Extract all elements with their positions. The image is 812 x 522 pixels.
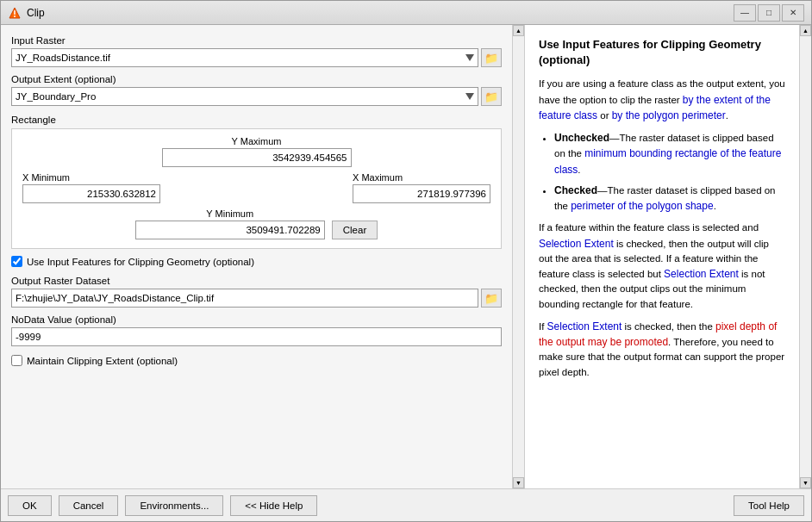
footer: OK Cancel Environments... << Hide Help T… xyxy=(1,488,811,521)
window-title: Clip xyxy=(27,7,734,19)
y-max-group: Y Maximum xyxy=(162,136,352,167)
nodata-label: NoData Value (optional) xyxy=(11,314,502,325)
window-icon xyxy=(8,6,22,20)
nodata-input[interactable] xyxy=(11,327,502,346)
maximize-button[interactable]: □ xyxy=(758,4,780,22)
output-raster-input[interactable] xyxy=(11,289,478,308)
right-panel-container: Use Input Features for Clipping Geometry… xyxy=(525,25,811,488)
input-raster-label: Input Raster xyxy=(11,35,502,46)
x-min-input[interactable] xyxy=(22,184,160,203)
tool-help-button[interactable]: Tool Help xyxy=(734,495,804,516)
right-panel-para3: If Selection Extent is checked, then the… xyxy=(539,319,785,380)
y-max-row: Y Maximum xyxy=(22,136,490,167)
hide-help-button[interactable]: << Hide Help xyxy=(230,495,317,516)
x-max-input[interactable] xyxy=(353,184,490,203)
y-min-label: Y Minimum xyxy=(206,208,253,219)
title-buttons: — □ ✕ xyxy=(734,4,804,22)
coordinates-section: Y Maximum X Minimum X Maximum xyxy=(11,128,502,249)
use-input-features-checkbox[interactable] xyxy=(11,256,22,267)
clip-dialog: Clip — □ ✕ Input Raster JY_RoadsDistance… xyxy=(0,0,812,522)
title-bar: Clip — □ ✕ xyxy=(1,1,811,25)
input-raster-dropdown[interactable]: JY_RoadsDistance.tif xyxy=(11,48,478,67)
maintain-label: Maintain Clipping Extent (optional) xyxy=(27,356,178,366)
environments-button[interactable]: Environments... xyxy=(125,495,223,516)
x-max-group: X Maximum xyxy=(353,172,490,203)
right-panel: Use Input Features for Clipping Geometry… xyxy=(525,25,799,488)
use-input-features-row: Use Input Features for Clipping Geometry… xyxy=(11,256,502,267)
x-min-label: X Minimum xyxy=(22,172,160,183)
y-max-input[interactable] xyxy=(162,148,352,167)
right-panel-para2: If a feature within the feature class is… xyxy=(539,221,785,312)
x-max-label: X Maximum xyxy=(353,172,490,183)
maintain-checkbox[interactable] xyxy=(11,355,22,366)
scroll-up-arrow[interactable]: ▲ xyxy=(513,25,524,36)
x-min-group: X Minimum xyxy=(22,172,160,203)
input-raster-folder-btn[interactable]: 📁 xyxy=(481,48,502,67)
close-button[interactable]: ✕ xyxy=(782,4,804,22)
bullet-checked: Checked—The raster dataset is clipped ba… xyxy=(554,183,785,214)
y-min-row: Y Minimum Clear xyxy=(22,208,490,239)
coord-mid-row: X Minimum X Maximum xyxy=(22,172,490,203)
left-scrollbar: ▲ ▼ xyxy=(512,25,524,488)
right-scrollbar: ▲ ▼ xyxy=(799,25,811,488)
output-raster-row: 📁 xyxy=(11,289,502,308)
clear-button[interactable]: Clear xyxy=(332,221,378,239)
right-panel-para1: If you are using a feature class as the … xyxy=(539,77,785,123)
left-panel: Input Raster JY_RoadsDistance.tif 📁 Outp… xyxy=(1,25,512,488)
rectangle-label: Rectangle xyxy=(11,115,502,125)
output-raster-label: Output Raster Dataset xyxy=(11,276,502,286)
right-panel-heading: Use Input Features for Clipping Geometry… xyxy=(539,37,785,68)
output-extent-folder-btn[interactable]: 📁 xyxy=(481,87,502,106)
y-max-label: Y Maximum xyxy=(232,136,282,146)
use-input-features-label: Use Input Features for Clipping Geometry… xyxy=(27,257,254,267)
ok-button[interactable]: OK xyxy=(8,495,52,516)
output-raster-folder-btn[interactable]: 📁 xyxy=(481,289,502,308)
output-extent-label: Output Extent (optional) xyxy=(11,74,502,84)
scroll-down-arrow[interactable]: ▼ xyxy=(513,477,524,488)
output-extent-row: JY_Boundary_Pro 📁 xyxy=(11,87,502,106)
output-extent-dropdown[interactable]: JY_Boundary_Pro xyxy=(11,87,478,106)
right-scroll-down[interactable]: ▼ xyxy=(800,477,811,488)
maintain-row: Maintain Clipping Extent (optional) xyxy=(11,355,502,366)
bullet-unchecked: Unchecked—The raster dataset is clipped … xyxy=(554,130,785,177)
main-content: Input Raster JY_RoadsDistance.tif 📁 Outp… xyxy=(1,25,811,488)
right-scroll-up[interactable]: ▲ xyxy=(800,25,811,36)
right-panel-bullets: Unchecked—The raster dataset is clipped … xyxy=(539,130,785,214)
y-min-group: Y Minimum xyxy=(135,208,325,239)
minimize-button[interactable]: — xyxy=(734,4,756,22)
svg-point-2 xyxy=(14,16,16,17)
input-raster-row: JY_RoadsDistance.tif 📁 xyxy=(11,48,502,67)
y-min-input[interactable] xyxy=(135,221,325,239)
cancel-button[interactable]: Cancel xyxy=(59,495,119,516)
